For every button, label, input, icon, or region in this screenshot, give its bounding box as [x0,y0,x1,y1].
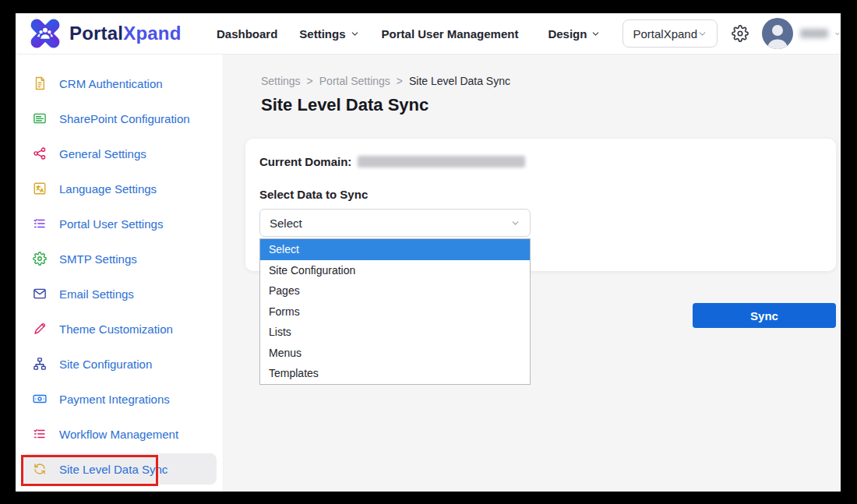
chevron-down-icon [350,29,360,39]
dropdown-option-lists[interactable]: Lists [260,322,530,343]
nav-settings-label: Settings [299,27,345,41]
share-nodes-icon [33,146,47,160]
nav-dashboard-label: Dashboard [217,27,277,41]
chevron-down-icon [697,29,707,39]
nav-settings[interactable]: Settings [299,27,359,41]
sidebar-item-email-settings[interactable]: Email Settings [22,278,217,309]
dropdown-option-site-configuration[interactable]: Site Configuration [260,260,530,281]
breadcrumb-separator: > [307,75,313,87]
sync-button[interactable]: Sync [693,303,836,328]
sitemap-icon [33,357,47,371]
sidebar-item-label: Portal User Settings [59,217,163,231]
portal-select-value: PortalXpand [633,27,697,41]
main-nav: Dashboard Settings Portal User Managemen… [217,27,601,41]
document-icon [33,76,47,90]
sidebar-item-label: General Settings [59,147,146,160]
portal-select[interactable]: PortalXpand [622,19,718,48]
sidebar-item-theme-customization[interactable]: Theme Customization [22,313,217,344]
chevron-down-icon [591,29,601,39]
dropdown-option-forms[interactable]: Forms [260,301,530,322]
brand-name: PortalXpand [69,23,182,44]
nav-portal-user-management[interactable]: Portal User Management [382,27,519,41]
sidebar-item-general-settings[interactable]: General Settings [22,138,217,169]
paintbrush-icon [33,322,47,336]
dropdown-option-templates[interactable]: Templates [260,363,530,384]
sidebar-item-language-settings[interactable]: Language Settings [22,173,217,204]
nav-design-label: Design [548,27,587,41]
dropdown-option-select[interactable]: Select [260,239,530,260]
sidebar-item-label: Email Settings [59,287,134,301]
breadcrumb-current: Site Level Data Sync [409,75,510,87]
nav-dashboard[interactable]: Dashboard [217,27,277,41]
gear-icon [33,252,47,266]
sidebar-item-crm-authentication[interactable]: CRM Authentication [22,68,217,99]
user-avatar[interactable] [762,18,793,49]
checklist-icon [33,217,47,231]
brand-logo[interactable]: PortalXpand [16,17,203,50]
sidebar-item-workflow-management[interactable]: Workflow Management [22,418,217,449]
sidebar-item-site-configuration[interactable]: Site Configuration [22,348,217,379]
app-window: PortalXpand Dashboard Settings Portal Us… [16,13,841,492]
sync-card: Current Domain: Select Data to Sync Sele… [245,139,836,271]
dropdown-option-pages[interactable]: Pages [260,280,530,301]
sidebar-item-payment-integrations[interactable]: Payment Integrations [22,383,217,414]
sidebar-item-label: Language Settings [59,182,157,196]
page-title: Site Level Data Sync [261,95,428,115]
nav-design[interactable]: Design [548,27,601,41]
chevron-down-icon [510,218,520,228]
sidebar-item-label: SMTP Settings [59,252,137,266]
sidebar-item-label: Site Configuration [59,358,152,371]
data-to-sync-select[interactable]: Select [259,209,531,237]
sidebar-item-label: Workflow Management [59,428,178,441]
sidebar-item-label: Payment Integrations [59,393,170,406]
breadcrumb-settings[interactable]: Settings [261,75,301,87]
sidebar-item-sharepoint-configuration[interactable]: SharePoint Configuration [22,103,217,134]
main-content: Settings > Portal Settings > Site Level … [224,55,841,492]
sidebar-item-label: Site Level Data Sync [59,463,168,476]
sidebar-item-site-level-data-sync[interactable]: Site Level Data Sync [22,453,217,485]
chevron-down-icon[interactable] [834,29,841,39]
breadcrumb: Settings > Portal Settings > Site Level … [261,75,510,87]
sidebar-item-portal-user-settings[interactable]: Portal User Settings [22,208,217,239]
breadcrumb-portal-settings[interactable]: Portal Settings [319,75,390,87]
select-data-label: Select Data to Sync [259,188,822,201]
breadcrumb-separator: > [397,75,403,87]
sidebar-item-label: SharePoint Configuration [59,112,190,125]
translate-icon [33,182,47,196]
current-domain-label: Current Domain: [259,155,351,168]
portalxpand-logo-icon [29,17,62,50]
sync-icon [33,462,47,476]
data-to-sync-dropdown: Select Site Configuration Pages Forms Li… [259,238,531,385]
top-navbar: PortalXpand Dashboard Settings Portal Us… [16,13,841,55]
settings-gear-icon[interactable] [732,25,749,42]
user-name-blurred [800,29,828,38]
data-to-sync-select-value: Select [270,217,302,230]
person-icon [762,18,793,49]
nav-portal-user-management-label: Portal User Management [382,27,519,41]
sidebar-item-label: CRM Authentication [59,77,163,90]
sidebar-item-label: Theme Customization [59,322,173,336]
sidebar-item-smtp-settings[interactable]: SMTP Settings [22,243,217,274]
banknote-icon [33,392,47,406]
checklist-icon [33,427,47,441]
sidebar: CRM Authentication SharePoint Configurat… [16,55,224,492]
dropdown-option-menus[interactable]: Menus [260,343,530,364]
current-domain-value-blurred [358,156,525,167]
envelope-icon [33,287,47,301]
display-icon [33,111,47,125]
